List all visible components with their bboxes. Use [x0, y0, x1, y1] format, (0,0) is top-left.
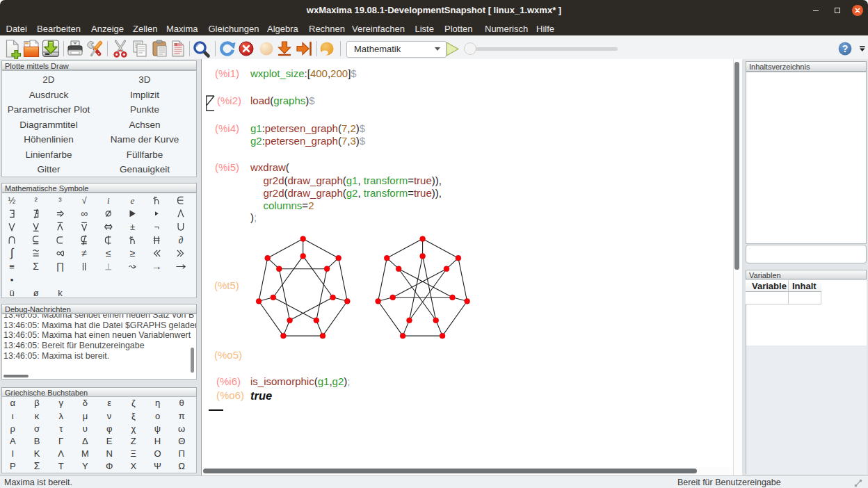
svg-text:Φ: Φ: [106, 461, 113, 471]
svg-text:Ψ: Ψ: [154, 461, 161, 471]
svg-text:Α: Α: [10, 436, 16, 446]
svg-text:∫: ∫: [10, 246, 15, 259]
svg-text:μ: μ: [83, 411, 88, 421]
svg-text:→: →: [152, 260, 162, 272]
svg-text:Χ: Χ: [130, 461, 136, 471]
svg-text:▪: ▪: [10, 275, 14, 285]
svg-text:θ: θ: [179, 398, 184, 408]
svg-text:?: ?: [842, 43, 849, 54]
svg-text:¬: ¬: [154, 222, 159, 232]
svg-text:∂: ∂: [178, 234, 183, 245]
svg-text:φ: φ: [106, 423, 112, 434]
svg-text:±: ±: [130, 222, 135, 232]
svg-text:Τ: Τ: [58, 461, 64, 471]
svg-text:α: α: [10, 398, 16, 408]
svg-text:ε: ε: [107, 398, 111, 408]
svg-text:Υ: Υ: [82, 461, 88, 471]
svg-text:≠: ≠: [81, 247, 87, 259]
svg-text:≡: ≡: [9, 261, 15, 272]
svg-text:Ο: Ο: [154, 448, 161, 459]
svg-text:∏: ∏: [56, 261, 65, 272]
svg-text:Κ: Κ: [34, 448, 40, 459]
svg-text:k: k: [58, 288, 63, 298]
svg-text:ø: ø: [33, 288, 39, 298]
svg-text:Ξ: Ξ: [131, 448, 136, 459]
svg-text:Ω: Ω: [178, 461, 185, 471]
svg-text:δ: δ: [83, 398, 88, 408]
svg-text:ξ: ξ: [131, 411, 136, 421]
svg-text:ζ: ζ: [131, 398, 136, 408]
svg-text:Π: Π: [179, 448, 185, 459]
svg-text:i: i: [107, 195, 110, 206]
svg-text:ω: ω: [178, 423, 185, 434]
svg-text:Μ: Μ: [81, 448, 89, 459]
svg-text:³: ³: [58, 195, 62, 206]
svg-text:Ε: Ε: [106, 436, 113, 446]
svg-text:Σ: Σ: [33, 261, 39, 272]
svg-text:γ: γ: [58, 398, 63, 408]
svg-text:η: η: [155, 398, 160, 408]
svg-text:ρ: ρ: [10, 423, 15, 434]
svg-text:Λ: Λ: [58, 448, 64, 459]
svg-text:χ: χ: [131, 423, 136, 434]
svg-text:Ι: Ι: [11, 448, 14, 459]
svg-text:Δ: Δ: [82, 436, 88, 446]
svg-text:Γ: Γ: [58, 436, 63, 446]
svg-text:Η: Η: [154, 436, 161, 446]
svg-text:β: β: [34, 398, 39, 408]
svg-text:½: ½: [8, 195, 16, 206]
svg-text:ψ: ψ: [154, 423, 161, 434]
svg-text:σ: σ: [34, 423, 40, 434]
svg-text:Ν: Ν: [106, 448, 112, 459]
svg-text:π: π: [179, 411, 185, 421]
svg-text:Β: Β: [34, 436, 40, 446]
svg-text:Ζ: Ζ: [131, 436, 136, 446]
svg-text:ü: ü: [9, 288, 14, 298]
svg-text:ν: ν: [107, 411, 112, 421]
svg-text:Ρ: Ρ: [10, 461, 16, 471]
svg-text:κ: κ: [35, 411, 40, 421]
svg-text:√: √: [82, 195, 88, 206]
svg-text:λ: λ: [58, 411, 63, 421]
svg-text:ι: ι: [12, 411, 14, 421]
svg-text:²: ²: [35, 195, 38, 206]
svg-text:∞: ∞: [81, 208, 88, 219]
svg-text:≥: ≥: [130, 247, 136, 259]
svg-text:≤: ≤: [106, 247, 111, 259]
svg-text:τ: τ: [59, 423, 63, 434]
svg-text:Θ: Θ: [178, 436, 185, 446]
svg-text:υ: υ: [83, 423, 88, 434]
svg-text:e: e: [131, 195, 135, 206]
svg-text:ο: ο: [155, 411, 160, 421]
svg-text:Σ: Σ: [34, 460, 40, 471]
